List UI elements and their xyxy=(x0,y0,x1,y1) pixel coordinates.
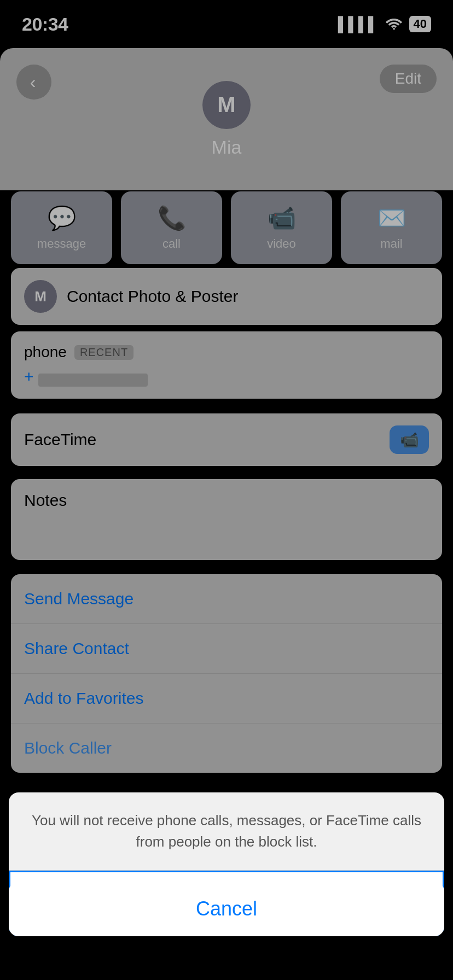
block-modal-info-text: You will not receive phone calls, messag… xyxy=(9,792,444,870)
cancel-modal[interactable]: Cancel xyxy=(9,882,444,936)
cancel-label: Cancel xyxy=(196,897,257,920)
home-indicator xyxy=(172,970,281,975)
